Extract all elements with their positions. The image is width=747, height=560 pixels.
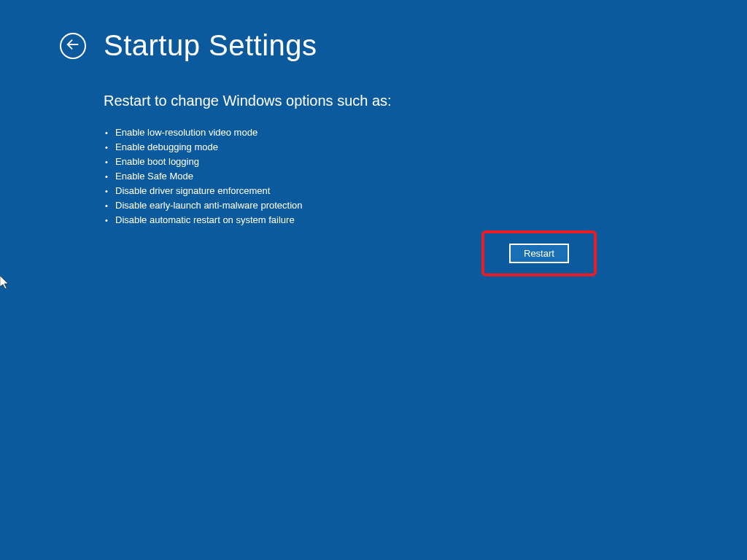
restart-button[interactable]: Restart: [509, 244, 569, 263]
list-item: Enable boot logging: [104, 155, 747, 169]
list-item: Disable early-launch anti-malware protec…: [104, 198, 747, 213]
list-item: Enable debugging mode: [104, 140, 747, 155]
button-area: Restart: [481, 230, 597, 276]
subtitle: Restart to change Windows options such a…: [104, 93, 747, 109]
back-button[interactable]: [60, 33, 86, 59]
options-list: Enable low-resolution video mode Enable …: [104, 125, 747, 228]
page-title: Startup Settings: [104, 29, 317, 62]
list-item: Disable automatic restart on system fail…: [104, 213, 747, 228]
list-item: Enable Safe Mode: [104, 169, 747, 184]
cursor-icon: [0, 276, 12, 290]
content-area: Restart to change Windows options such a…: [0, 62, 747, 228]
list-item: Disable driver signature enforcement: [104, 184, 747, 198]
back-arrow-icon: [65, 36, 81, 55]
header: Startup Settings: [0, 0, 747, 62]
list-item: Enable low-resolution video mode: [104, 125, 747, 140]
highlight-annotation: Restart: [481, 230, 597, 276]
